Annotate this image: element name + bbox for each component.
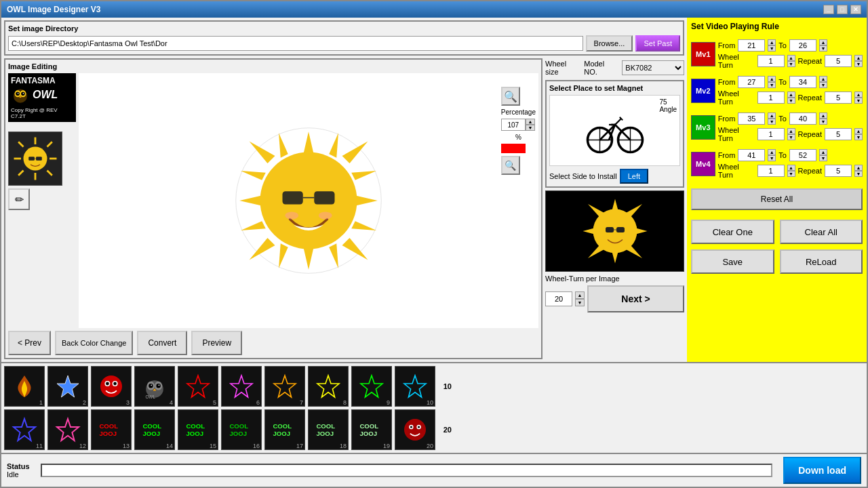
icon-cell-15[interactable]: COOL JOOJ 15 [178, 409, 218, 450]
mv2-repeat-up[interactable]: ▲ [854, 92, 863, 98]
icon-cell-10[interactable]: 10 [395, 366, 435, 407]
side-left-button[interactable]: Left [620, 169, 648, 184]
mv2-to-down[interactable]: ▼ [819, 82, 827, 88]
icon-cell-6[interactable]: 6 [221, 366, 262, 407]
mv3-from-up[interactable]: ▲ [768, 113, 776, 119]
zoom-out-button[interactable]: 🔍 [501, 156, 520, 175]
back-color-button[interactable]: Back Color Change [55, 331, 133, 355]
mv3-repeat-input[interactable] [825, 128, 852, 140]
icon-cell-18[interactable]: COOL JOOJ 18 [308, 409, 349, 450]
mv1-wheel-input[interactable] [757, 55, 785, 67]
icon-cell-5[interactable]: 5 [178, 366, 218, 407]
wheel-turn-up[interactable]: ▲ [575, 291, 585, 299]
mv1-repeat-input[interactable] [825, 55, 852, 67]
icon-number-7: 7 [300, 399, 303, 406]
mv2-from-up[interactable]: ▲ [768, 76, 776, 82]
mv1-wheel-down[interactable]: ▼ [787, 61, 795, 67]
mv1-wheel-up[interactable]: ▲ [787, 55, 795, 61]
icon-cell-9[interactable]: 9 [351, 366, 392, 407]
mv1-from-up[interactable]: ▲ [768, 39, 776, 45]
icon-cell-14[interactable]: COOL JOOJ 14 [134, 409, 175, 450]
next-button[interactable]: Next > [587, 285, 684, 312]
mv4-from-up[interactable]: ▲ [768, 149, 776, 155]
mv3-from-input[interactable] [738, 113, 765, 125]
icon-cell-8[interactable]: 8 [308, 366, 349, 407]
icon-cell-13[interactable]: COOL JOOJ 13 [91, 409, 132, 450]
mv4-wheel-up[interactable]: ▲ [787, 165, 795, 171]
icon-cell-12[interactable]: 12 [47, 409, 88, 450]
mv3-to-up[interactable]: ▲ [819, 113, 827, 119]
zoom-in-button[interactable]: 🔍 [501, 87, 520, 106]
mv1-to-down[interactable]: ▼ [819, 45, 827, 52]
mv3-repeat-down[interactable]: ▼ [854, 134, 863, 140]
clear-one-button[interactable]: Clear One [691, 220, 774, 244]
icon-cell-1[interactable]: 1 [4, 366, 45, 407]
mv2-wheel-down[interactable]: ▼ [787, 98, 795, 104]
mv2-repeat-down[interactable]: ▼ [854, 98, 863, 104]
mv2-to-input[interactable] [789, 76, 816, 88]
icon-cell-7[interactable]: 7 [264, 366, 305, 407]
mv4-repeat-down[interactable]: ▼ [854, 171, 863, 177]
mv2-to-up[interactable]: ▲ [819, 76, 827, 82]
mv2-wheel-input[interactable] [757, 92, 785, 104]
icon-cell-2[interactable]: 2 [47, 366, 88, 407]
mv1-repeat-down[interactable]: ▼ [854, 61, 863, 67]
preview-button[interactable]: Preview [191, 331, 242, 355]
icon-cell-3[interactable]: 3 [91, 366, 132, 407]
status-label: Status [7, 462, 30, 470]
browse-button[interactable]: Browse... [586, 35, 633, 52]
directory-title: Set image Directory [8, 24, 680, 33]
mv1-to-input[interactable] [789, 39, 816, 52]
mv4-repeat-up[interactable]: ▲ [854, 165, 863, 171]
reload-button[interactable]: ReLoad [780, 249, 863, 274]
mv3-wheel-down[interactable]: ▼ [787, 134, 795, 140]
mv2-repeat-input[interactable] [825, 92, 852, 104]
clear-all-button[interactable]: Clear All [780, 220, 863, 244]
model-select[interactable]: BK7082 BK7083 [622, 60, 684, 75]
icon-cell-17[interactable]: COOL JOOJ 17 [264, 409, 305, 450]
mv1-repeat-up[interactable]: ▲ [854, 55, 863, 61]
mv3-repeat-up[interactable]: ▲ [854, 128, 863, 134]
icon-cell-19[interactable]: COOL JOOJ 19 [351, 409, 392, 450]
convert-button[interactable]: Convert [137, 331, 187, 355]
percentage-up-button[interactable]: ▲ [526, 119, 535, 125]
mv1-from-down[interactable]: ▼ [768, 45, 776, 52]
save-button[interactable]: Save [691, 249, 774, 274]
icon-cell-16[interactable]: COOL JOOJ 16 [221, 409, 262, 450]
reset-all-button[interactable]: Reset All [691, 188, 863, 210]
mv4-repeat-input[interactable] [825, 165, 852, 177]
wheel-turn-down[interactable]: ▼ [575, 299, 585, 306]
icon-cell-11[interactable]: 11 [4, 409, 45, 450]
icon-cell-20[interactable]: 20 [395, 409, 435, 450]
percentage-down-button[interactable]: ▼ [526, 125, 535, 131]
mv3-to-down[interactable]: ▼ [819, 119, 827, 125]
mv4-from-input[interactable] [738, 149, 765, 161]
mv4-to-up[interactable]: ▲ [819, 149, 827, 155]
directory-input[interactable] [8, 36, 583, 51]
prev-button[interactable]: < Prev [8, 331, 51, 355]
mv3-from-down[interactable]: ▼ [768, 119, 776, 125]
mv1-from-input[interactable] [738, 39, 765, 52]
percentage-input[interactable] [501, 119, 526, 131]
mv2-from-input[interactable] [738, 76, 765, 88]
mv2-wheel-up[interactable]: ▲ [787, 92, 795, 98]
mv4-wheel-input[interactable] [757, 165, 785, 177]
mv4-from-label: From [718, 151, 736, 159]
mv1-to-up[interactable]: ▲ [819, 39, 827, 45]
download-button[interactable]: Down load [783, 457, 861, 484]
mv2-from-down[interactable]: ▼ [768, 82, 776, 88]
icon-cell-4[interactable]: OWL 4 [134, 366, 175, 407]
mv4-to-down[interactable]: ▼ [819, 155, 827, 161]
mv4-wheel-down[interactable]: ▼ [787, 171, 795, 177]
set-past-button[interactable]: Set Past [635, 35, 680, 52]
wheel-turn-input[interactable] [545, 291, 572, 306]
close-button[interactable]: ✕ [850, 5, 861, 14]
mv4-from-down[interactable]: ▼ [768, 155, 776, 161]
mv4-to-input[interactable] [789, 149, 816, 161]
pencil-button[interactable]: ✏ [8, 188, 30, 210]
mv3-to-input[interactable] [789, 113, 816, 125]
maximize-button[interactable]: □ [837, 5, 848, 14]
minimize-button[interactable]: _ [823, 5, 834, 14]
mv3-wheel-up[interactable]: ▲ [787, 128, 795, 134]
mv3-wheel-input[interactable] [757, 128, 785, 140]
